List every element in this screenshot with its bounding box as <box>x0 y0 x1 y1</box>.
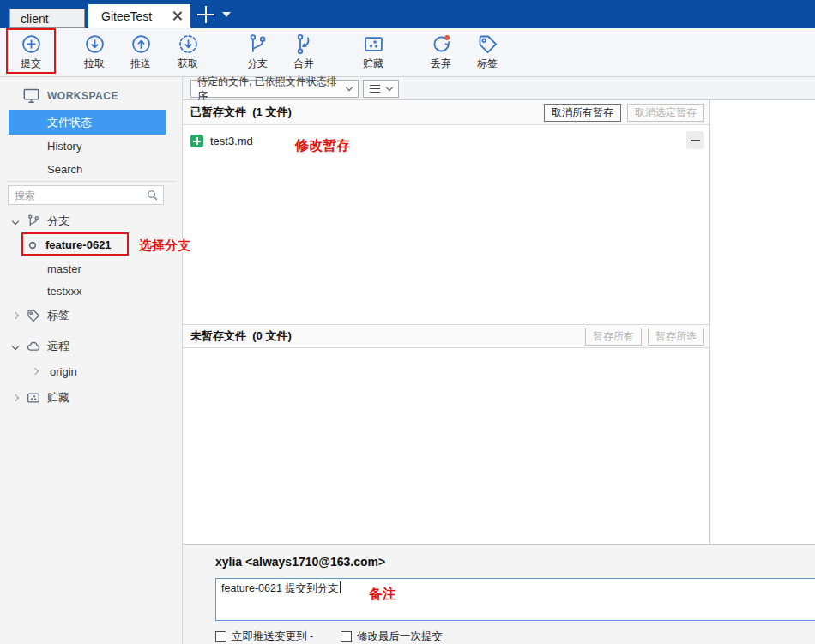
branch-item-feature-0621[interactable]: feature-0621 <box>0 233 183 256</box>
branch-item-master[interactable]: master <box>0 257 183 280</box>
toolbar-label: 合并 <box>293 57 314 71</box>
chevron-down-icon <box>12 343 19 350</box>
filter-bar: 待定的文件, 已依照文件状态排序 <box>183 77 815 100</box>
commit-message-input[interactable]: feature-0621 提交到分支 <box>215 578 815 621</box>
tab-client[interactable]: client <box>9 9 85 28</box>
toolbar-label: 标签 <box>477 57 498 71</box>
tree-remotes-header[interactable]: 远程 <box>0 335 183 358</box>
current-branch-circle-icon <box>26 238 39 252</box>
pull-arrow-icon <box>83 33 106 56</box>
hamburger-list-icon <box>370 85 380 93</box>
tag-button[interactable]: 标签 <box>467 33 508 73</box>
checkbox-unchecked-icon <box>215 631 226 642</box>
tree-branches-header[interactable]: 分支 <box>0 210 183 232</box>
tree-label: 贮藏 <box>47 390 69 406</box>
titlebar: client GiteeTest <box>0 0 815 28</box>
commit-button[interactable]: 提交 <box>10 33 51 73</box>
chevron-right-icon <box>12 312 19 319</box>
pull-button[interactable]: 拉取 <box>74 33 115 73</box>
stash-button[interactable]: 贮藏 <box>353 33 394 73</box>
commit-plus-icon <box>20 33 43 56</box>
stage-all-button[interactable]: 暂存所有 <box>585 328 642 346</box>
sort-dropdown-value: 待定的文件, 已依照文件状态排序 <box>197 75 347 104</box>
amend-last-commit-checkbox[interactable]: 修改最后一次提交 <box>341 629 443 644</box>
chevron-down-icon <box>346 84 353 91</box>
branch-icon <box>26 214 41 229</box>
branch-name: master <box>47 262 82 275</box>
chevron-right-icon <box>32 368 39 375</box>
push-arrow-icon <box>130 33 153 56</box>
chevron-down-icon <box>12 218 19 225</box>
sort-dropdown[interactable]: 待定的文件, 已依照文件状态排序 <box>190 80 359 98</box>
fetch-button[interactable]: 获取 <box>167 33 208 73</box>
sidebar-divider <box>7 181 177 182</box>
tree-tags-header[interactable]: 标签 <box>0 304 183 327</box>
checkbox-label: 修改最后一次提交 <box>357 629 443 644</box>
toolbar-label: 丢弃 <box>431 57 451 71</box>
file-added-plus-icon <box>190 135 203 147</box>
new-tab-button[interactable] <box>196 4 216 25</box>
staged-section-header: 已暂存文件 (1 文件) 取消所有暂存 取消选定暂存 <box>183 100 709 125</box>
close-tab-icon[interactable] <box>171 9 184 22</box>
stash-box-icon <box>26 390 41 406</box>
unstage-file-minus-button[interactable] <box>686 131 704 149</box>
branch-item-testxxx[interactable]: testxxx <box>0 280 183 302</box>
unstaged-section-header: 未暂存文件 (0 文件) 暂存所有 暂存所选 <box>183 324 709 348</box>
text-caret <box>340 581 341 593</box>
view-mode-dropdown[interactable] <box>363 80 399 98</box>
unstage-selected-button[interactable]: 取消选定暂存 <box>627 104 704 122</box>
tree-label: 远程 <box>47 339 69 354</box>
tree-label: 分支 <box>47 214 69 229</box>
stage-selected-button[interactable]: 暂存所选 <box>648 328 704 346</box>
toolbar-label: 拉取 <box>84 57 105 71</box>
staged-file-list: test3.md <box>183 125 709 324</box>
tab-menu-chevron-icon[interactable] <box>222 12 231 17</box>
push-button[interactable]: 推送 <box>120 33 161 73</box>
workspace-label: WORKSPACE <box>47 90 118 102</box>
unstaged-header-title: 未暂存文件 (0 文件) <box>190 328 292 344</box>
remote-item-origin[interactable]: origin <box>0 360 183 382</box>
chevron-down-icon <box>386 84 393 91</box>
toolbar-label: 贮藏 <box>363 57 383 71</box>
cloud-icon <box>26 339 41 354</box>
sidebar-item-search[interactable]: Search <box>0 158 183 181</box>
branch-button[interactable]: 分支 <box>237 33 278 73</box>
merge-icon <box>293 33 316 56</box>
discard-button[interactable]: 丢弃 <box>420 33 462 73</box>
staged-file-row[interactable]: test3.md <box>183 130 709 152</box>
sidebar-item-file-status[interactable]: 文件状态 <box>9 110 166 135</box>
unstaged-file-list <box>183 348 709 544</box>
diff-preview-pane <box>709 100 815 544</box>
branch-name: testxxx <box>47 285 82 298</box>
tree-stash-header[interactable]: 贮藏 <box>0 387 183 409</box>
merge-button[interactable]: 合并 <box>283 33 324 73</box>
push-immediately-checkbox[interactable]: 立即推送变更到 - <box>215 629 313 644</box>
tag-icon <box>26 308 41 323</box>
toolbar-label: 分支 <box>247 57 268 71</box>
chevron-right-icon <box>12 394 19 401</box>
search-icon <box>146 189 159 202</box>
workspace-header: WORKSPACE <box>22 87 118 104</box>
commit-message-text: feature-0621 提交到分支 <box>221 582 339 594</box>
tree-label: 标签 <box>47 308 69 323</box>
search-input[interactable] <box>9 186 163 204</box>
sidebar-item-history[interactable]: History <box>0 135 183 158</box>
stash-box-icon <box>362 33 385 56</box>
tab-giteetest[interactable]: GiteeTest <box>88 4 190 28</box>
tab-label: GiteeTest <box>101 9 152 23</box>
tab-label: client <box>21 12 49 26</box>
commit-author: xylia <always1710@163.com> <box>215 555 385 569</box>
sidebar-search-box <box>8 185 164 205</box>
toolbar-label: 推送 <box>130 57 151 71</box>
checkbox-label: 立即推送变更到 - <box>232 629 313 644</box>
fetch-dashed-arrow-icon <box>177 33 200 56</box>
staged-header-title: 已暂存文件 (1 文件) <box>190 105 292 120</box>
discard-reset-icon <box>430 33 453 56</box>
toolbar: 提交 拉取 推送 获取 分支 合并 贮藏 丢弃 <box>0 28 815 77</box>
tag-icon <box>476 33 499 56</box>
branch-icon <box>246 33 269 56</box>
toolbar-label: 提交 <box>21 57 41 71</box>
branch-name: feature-0621 <box>45 238 112 251</box>
commit-panel: xylia <always1710@163.com> feature-0621 … <box>183 544 815 644</box>
unstage-all-button[interactable]: 取消所有暂存 <box>544 104 621 122</box>
